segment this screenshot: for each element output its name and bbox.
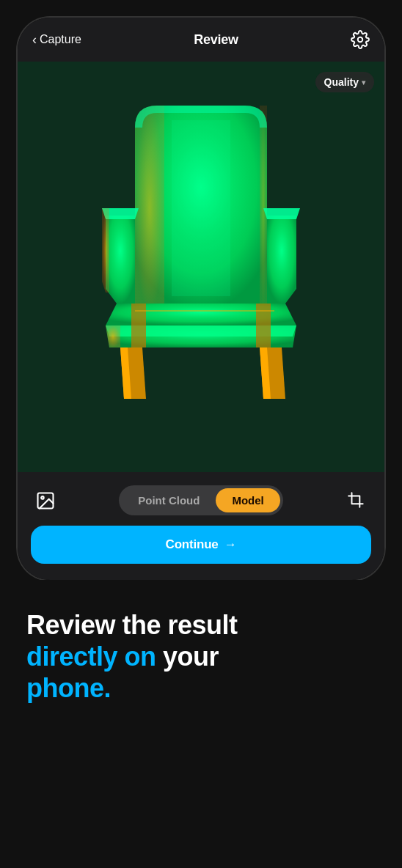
marketing-section: Review the result directly on your phone…	[0, 580, 402, 734]
mode-toggle: Point Cloud Model	[119, 485, 283, 515]
model-option[interactable]: Model	[216, 488, 279, 512]
marketing-line3: phone.	[26, 673, 111, 703]
marketing-line2-highlight: directly on	[26, 641, 156, 672]
back-chevron-icon: ‹	[32, 32, 37, 48]
gear-icon	[351, 30, 370, 49]
nav-bar: ‹ Capture Review	[18, 18, 384, 62]
marketing-text: Review the result directly on your phone…	[26, 609, 376, 705]
controls-panel: Point Cloud Model Continue →	[18, 472, 384, 580]
app-frame: ‹ Capture Review Quality ▾	[18, 18, 384, 580]
svg-point-3	[41, 496, 44, 499]
quality-chevron-icon: ▾	[362, 78, 365, 87]
nav-title: Review	[194, 32, 238, 48]
settings-button[interactable]	[351, 30, 370, 49]
nav-back-label: Capture	[40, 33, 81, 46]
crop-icon	[347, 491, 366, 510]
chair-visualization	[18, 62, 384, 472]
model-viewer: Quality ▾	[18, 62, 384, 472]
marketing-line1: Review the result	[26, 610, 238, 640]
continue-arrow: →	[224, 537, 237, 552]
phone-container: ‹ Capture Review Quality ▾	[0, 0, 402, 868]
crop-icon-button[interactable]	[342, 486, 371, 515]
photo-icon	[35, 490, 56, 511]
quality-badge-button[interactable]: Quality ▾	[315, 72, 374, 92]
svg-point-0	[358, 37, 363, 43]
nav-back-button[interactable]: ‹ Capture	[32, 32, 81, 48]
photo-icon-button[interactable]	[31, 486, 60, 515]
point-cloud-option[interactable]: Point Cloud	[122, 488, 216, 512]
chair-svg	[62, 84, 340, 450]
continue-label: Continue	[166, 537, 219, 552]
marketing-line2-normal: your	[156, 641, 219, 672]
mode-row: Point Cloud Model	[31, 485, 371, 515]
continue-button[interactable]: Continue →	[31, 526, 371, 564]
quality-label: Quality	[324, 76, 359, 88]
